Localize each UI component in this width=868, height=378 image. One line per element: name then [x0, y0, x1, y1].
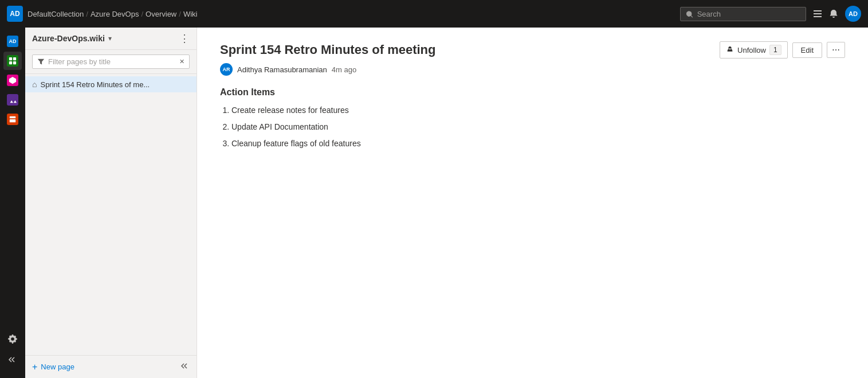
page-home-icon: ⌂ — [32, 80, 37, 89]
unfollow-label: Unfollow — [737, 46, 766, 54]
svg-rect-3 — [9, 57, 12, 60]
breadcrumb-item-1[interactable]: Azure DevOps — [91, 10, 139, 18]
search-icon — [686, 10, 694, 18]
nav-pipelines-btn[interactable] — [3, 71, 22, 89]
sidebar-dropdown-icon[interactable]: ▾ — [108, 34, 112, 42]
edit-label: Edit — [801, 46, 814, 54]
breadcrumb-item-2[interactable]: Overview — [146, 10, 176, 18]
author-avatar: AR — [220, 63, 233, 76]
breadcrumb-item-0[interactable]: DefaultCollection — [28, 10, 84, 18]
unfollow-icon — [726, 46, 734, 54]
pipelines-icon — [7, 75, 18, 86]
sidebar-title-row: Azure-DevOps.wiki ▾ — [32, 34, 112, 43]
nav-boards-btn[interactable] — [3, 52, 22, 70]
new-page-plus-icon: + — [32, 362, 37, 372]
user-avatar[interactable]: AD — [845, 6, 861, 22]
bell-icon — [829, 9, 838, 18]
more-icon: ⋯ — [832, 45, 840, 54]
page-body: Action Items Create release notes for fe… — [220, 87, 845, 150]
author-initials: AR — [223, 67, 230, 72]
breadcrumb: DefaultCollection / Azure DevOps / Overv… — [28, 10, 675, 18]
sidebar-title: Azure-DevOps.wiki — [32, 34, 105, 43]
icon-bar-bottom — [3, 330, 22, 373]
sidebar-footer: + New page — [25, 355, 197, 378]
logo-text: AD — [10, 10, 19, 18]
page-meta: AR Adithya Ramasubramanian 4m ago — [220, 63, 845, 76]
main-content: Sprint 154 Retro Minutes of meeting Unfo… — [197, 28, 868, 378]
home-icon: AD — [7, 36, 18, 47]
sidebar-page-label: Sprint 154 Retro Minutes of me... — [40, 80, 150, 89]
list-icon — [813, 9, 822, 18]
breadcrumb-sep-2: / — [179, 10, 181, 18]
time-ago: 4m ago — [332, 65, 356, 74]
svg-rect-1 — [814, 13, 822, 14]
filter-clear-icon[interactable]: ✕ — [179, 58, 184, 65]
sidebar-header: Azure-DevOps.wiki ▾ ⋮ — [25, 28, 197, 50]
svg-rect-6 — [13, 61, 16, 64]
icon-bar-top: AD — [3, 32, 22, 328]
chevrons-left-icon-2 — [180, 361, 190, 371]
notifications-icon-btn[interactable] — [829, 9, 838, 18]
nav-artifacts-btn[interactable] — [3, 110, 22, 128]
sidebar-more-icon[interactable]: ⋮ — [179, 33, 190, 44]
filter-input[interactable] — [48, 57, 176, 66]
sidebar: Azure-DevOps.wiki ▾ ⋮ ✕ ⌂ Sprint 154 Ret… — [25, 28, 197, 378]
breadcrumb-sep-0: / — [86, 10, 88, 18]
collapse-button[interactable] — [180, 361, 190, 372]
artifacts-icon — [7, 114, 18, 125]
gear-icon — [7, 334, 18, 344]
nav-test-btn[interactable] — [3, 91, 22, 109]
user-initials: AD — [849, 10, 858, 17]
unfollow-button[interactable]: Unfollow 1 — [720, 41, 788, 59]
svg-rect-4 — [13, 57, 16, 60]
sidebar-page-item[interactable]: ⌂ Sprint 154 Retro Minutes of me... — [25, 76, 197, 92]
top-nav-right: AD — [680, 6, 861, 22]
page-header-row: Sprint 154 Retro Minutes of meeting Unfo… — [220, 41, 845, 59]
sidebar-filter: ✕ — [25, 50, 197, 74]
test-icon — [7, 94, 18, 106]
page-actions: Unfollow 1 Edit ⋯ — [720, 41, 845, 59]
edit-button[interactable]: Edit — [792, 42, 822, 58]
section-title: Action Items — [220, 87, 845, 98]
follow-count-badge: 1 — [769, 45, 781, 55]
app-logo[interactable]: AD — [7, 6, 23, 22]
list-view-icon-btn[interactable] — [813, 9, 822, 18]
main-layout: AD — [0, 28, 868, 378]
svg-rect-5 — [9, 61, 12, 64]
top-nav: AD DefaultCollection / Azure DevOps / Ov… — [0, 0, 868, 28]
sidebar-pages: ⌂ Sprint 154 Retro Minutes of me... — [25, 74, 197, 355]
settings-icon-btn[interactable] — [3, 330, 22, 348]
action-items-list: Create release notes for features Update… — [220, 104, 845, 150]
action-item-2: Cleanup feature flags of old features — [231, 138, 845, 150]
nav-home-btn[interactable]: AD — [3, 32, 22, 50]
filter-icon — [37, 58, 45, 65]
search-input[interactable] — [697, 10, 800, 18]
filter-input-wrap: ✕ — [32, 54, 190, 69]
action-item-1: Update API Documentation — [231, 121, 845, 133]
more-options-button[interactable]: ⋯ — [827, 42, 845, 58]
action-item-0: Create release notes for features — [231, 104, 845, 116]
breadcrumb-sep-1: / — [141, 10, 143, 18]
breadcrumb-item-3[interactable]: Wiki — [183, 10, 198, 18]
svg-rect-7 — [10, 116, 16, 119]
boards-icon — [7, 55, 18, 67]
author-name: Adithya Ramasubramanian — [237, 65, 327, 74]
global-search-box[interactable] — [680, 7, 806, 21]
svg-rect-2 — [814, 16, 822, 17]
svg-rect-0 — [814, 10, 822, 11]
icon-bar: AD — [0, 28, 25, 378]
collapse-sidebar-icon-btn[interactable] — [3, 350, 22, 369]
new-page-button[interactable]: + New page — [32, 362, 74, 372]
new-page-label: New page — [41, 363, 74, 371]
page-title: Sprint 154 Retro Minutes of meeting — [220, 42, 436, 57]
svg-rect-8 — [10, 119, 16, 122]
chevrons-left-icon — [8, 355, 17, 364]
